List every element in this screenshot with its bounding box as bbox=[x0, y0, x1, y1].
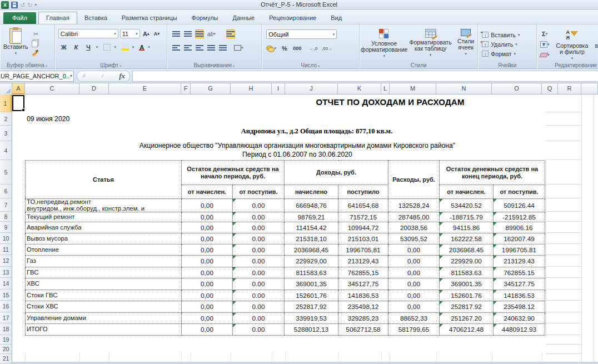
value-cell[interactable]: 329285,23 bbox=[338, 313, 388, 324]
value-cell[interactable]: 0,00 bbox=[182, 222, 233, 233]
value-cell[interactable]: 251267.20 bbox=[440, 313, 494, 324]
name-box-arrow-icon[interactable]: ▾ bbox=[70, 73, 72, 78]
tab-Вид[interactable]: Вид bbox=[323, 12, 349, 24]
row-header-10[interactable]: 10 bbox=[0, 233, 12, 244]
column-header-F[interactable]: F bbox=[181, 83, 191, 94]
column-header-R[interactable]: R bbox=[558, 83, 581, 94]
value-cell[interactable]: 4480912.93 bbox=[494, 324, 545, 336]
value-cell[interactable]: 162007.49 bbox=[494, 233, 545, 245]
article-cell[interactable]: ХВС bbox=[26, 278, 182, 290]
clear-button[interactable]: ▾ bbox=[540, 51, 550, 59]
value-cell[interactable]: 213129.43 bbox=[494, 256, 545, 267]
value-cell[interactable]: 252817,92 bbox=[285, 301, 338, 313]
font-color-icon[interactable]: А bbox=[139, 44, 144, 51]
value-cell[interactable]: 0,00 bbox=[182, 290, 233, 301]
value-cell[interactable]: 0.00 bbox=[233, 324, 285, 336]
col-header-article[interactable]: Статья bbox=[26, 161, 182, 199]
sub-header[interactable]: от поступив. bbox=[233, 185, 285, 199]
value-cell[interactable]: 94115.86 bbox=[440, 222, 494, 233]
value-cell[interactable]: 369001,35 bbox=[285, 278, 338, 290]
fill-color-icon[interactable] bbox=[122, 44, 129, 51]
value-cell[interactable]: 762855.15 bbox=[494, 267, 545, 278]
value-cell[interactable]: 0,00 bbox=[388, 278, 440, 290]
column-header-E[interactable]: E bbox=[109, 83, 181, 94]
value-cell[interactable]: 762855,15 bbox=[338, 267, 388, 278]
dialog-launcher-icon[interactable]: ▸ bbox=[45, 64, 49, 68]
value-cell[interactable]: 20038,56 bbox=[388, 222, 440, 233]
row-header-6[interactable]: 6 bbox=[0, 185, 12, 198]
grow-font-button[interactable]: А▴ bbox=[142, 29, 151, 38]
column-header-N[interactable]: N bbox=[436, 83, 492, 94]
value-cell[interactable]: 534420.52 bbox=[440, 199, 494, 212]
dialog-launcher-icon[interactable]: ▸ bbox=[119, 64, 123, 68]
sort-filter-button[interactable]: АЯ Сортировка и фильтр ▾ bbox=[554, 29, 590, 61]
accounting-format-icon[interactable]: ▾ bbox=[266, 44, 276, 53]
value-cell[interactable]: 229929,00 bbox=[285, 256, 338, 267]
value-cell[interactable]: 252817.92 bbox=[440, 301, 494, 313]
value-cell[interactable]: 0,00 bbox=[182, 199, 233, 212]
bold-button[interactable]: Ж bbox=[59, 43, 68, 52]
percent-style-button[interactable]: % bbox=[280, 44, 289, 53]
value-cell[interactable]: 1996705.81 bbox=[494, 245, 545, 256]
value-cell[interactable]: 5062712,58 bbox=[338, 324, 388, 336]
column-header-L[interactable]: L bbox=[381, 83, 390, 94]
value-cell[interactable]: 215318,10 bbox=[285, 233, 338, 245]
column-header-clipped[interactable] bbox=[581, 83, 598, 94]
row-header-7[interactable]: 7 bbox=[0, 198, 12, 212]
value-cell[interactable]: 0,00 bbox=[388, 256, 440, 267]
value-cell[interactable]: 0.00 bbox=[233, 278, 285, 290]
fill-color-arrow-icon[interactable]: ▾ bbox=[132, 45, 134, 49]
insert-function-icon[interactable]: fx bbox=[119, 72, 125, 81]
value-cell[interactable]: 0,00 bbox=[182, 233, 233, 245]
sub-header[interactable]: от начислен. bbox=[182, 185, 233, 199]
decrease-decimal-icon[interactable]: ,00→ bbox=[322, 44, 332, 53]
tab-Рецензирование[interactable]: Рецензирование bbox=[262, 12, 323, 24]
column-header-J[interactable]: J bbox=[285, 83, 338, 94]
value-cell[interactable]: 0,00 bbox=[182, 256, 233, 267]
value-cell[interactable]: 0,00 bbox=[182, 267, 233, 278]
col-header-income[interactable]: Доходы, руб. bbox=[285, 161, 388, 185]
value-cell[interactable]: 509126.44 bbox=[494, 199, 545, 212]
column-header-Q[interactable]: Q bbox=[542, 83, 558, 94]
value-cell[interactable]: 0,00 bbox=[388, 245, 440, 256]
value-cell[interactable]: 369001.35 bbox=[440, 278, 494, 290]
row-header-19[interactable]: 19 bbox=[0, 335, 12, 345]
row-header-18[interactable]: 18 bbox=[0, 323, 12, 335]
merge-center-icon[interactable]: ▾ bbox=[234, 43, 243, 52]
row-header-14[interactable]: 14 bbox=[0, 278, 12, 290]
number-format-combo[interactable]: Общий▾ bbox=[266, 29, 337, 39]
dialog-launcher-icon[interactable]: ▸ bbox=[317, 64, 321, 68]
value-cell[interactable]: 4706212.48 bbox=[440, 324, 494, 336]
autosum-button[interactable]: Σ▾ bbox=[540, 29, 550, 38]
value-cell[interactable]: 5288012,13 bbox=[285, 324, 338, 336]
value-cell[interactable]: 811583,63 bbox=[285, 267, 338, 278]
italic-button[interactable]: К bbox=[72, 43, 81, 52]
column-header-M[interactable]: M bbox=[390, 83, 436, 94]
value-cell[interactable]: 0,00 bbox=[182, 301, 233, 313]
value-cell[interactable]: 89906.16 bbox=[494, 222, 545, 233]
value-cell[interactable]: 0.00 bbox=[233, 245, 285, 256]
wrap-text-icon[interactable] bbox=[226, 29, 235, 38]
col-header-end-balance[interactable]: Остаток денежных средств на конец период… bbox=[440, 161, 545, 185]
value-cell[interactable]: 339919,53 bbox=[285, 313, 338, 324]
borders-icon[interactable] bbox=[103, 44, 111, 51]
value-cell[interactable]: 2036968,45 bbox=[285, 245, 338, 256]
article-cell[interactable]: Отопление bbox=[26, 245, 182, 256]
value-cell[interactable]: 666948,76 bbox=[285, 199, 338, 212]
font-size-combo[interactable]: 11▾ bbox=[120, 29, 140, 38]
value-cell[interactable]: 811583.63 bbox=[440, 267, 494, 278]
align-center-icon[interactable] bbox=[183, 43, 192, 52]
row-header-1[interactable]: 1 bbox=[0, 94, 12, 112]
align-middle-icon[interactable] bbox=[183, 29, 192, 38]
article-cell[interactable]: Стоки ХВС bbox=[26, 301, 182, 313]
find-select-button-clipped[interactable]: в bbox=[595, 29, 598, 61]
paste-button[interactable]: Вставить ▾ bbox=[3, 28, 28, 56]
row-header-8[interactable]: 8 bbox=[0, 212, 12, 222]
tab-Главная[interactable]: Главная bbox=[38, 12, 77, 24]
value-cell[interactable]: 0.00 bbox=[233, 301, 285, 313]
align-bottom-icon[interactable] bbox=[195, 29, 204, 38]
cut-icon[interactable]: ✂ bbox=[32, 29, 41, 38]
value-cell[interactable]: 0,00 bbox=[182, 278, 233, 290]
value-cell[interactable]: 213129,43 bbox=[338, 256, 388, 267]
row-header-13[interactable]: 13 bbox=[0, 267, 12, 278]
